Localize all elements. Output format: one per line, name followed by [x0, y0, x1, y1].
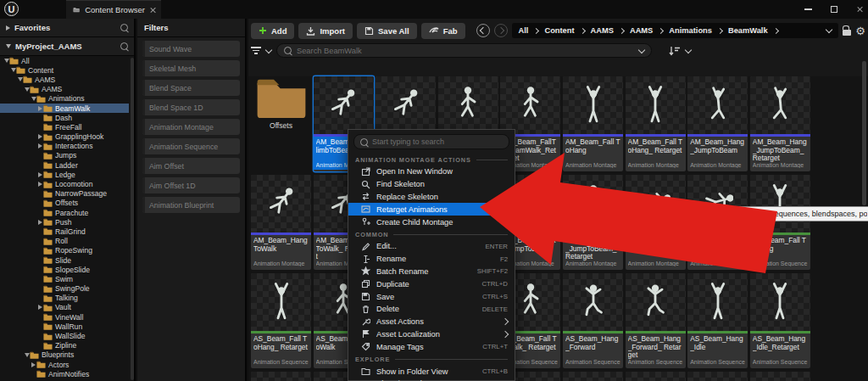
filter-pill-animation-montage[interactable]: Animation Montage	[142, 119, 240, 135]
search-icon[interactable]	[120, 24, 128, 31]
tree-item-talking[interactable]: Talking	[0, 294, 129, 303]
menu-item-asset-actions[interactable]: Asset Actions	[348, 316, 515, 328]
asset-tile[interactable]: .st{fill:none;stroke:#d9e0db;stroke-widt…	[563, 175, 623, 270]
tree-item-offsets[interactable]: Offsets	[0, 199, 129, 208]
asset-tile[interactable]: .st{fill:none;stroke:#d9e0db;stroke-widt…	[626, 76, 686, 171]
tree-item-locomotion[interactable]: Locomotion	[0, 179, 129, 188]
tree-item-zipline[interactable]: Zipline	[0, 341, 129, 350]
expander-icon[interactable]	[6, 44, 11, 48]
expander-icon[interactable]	[37, 172, 43, 177]
expander-icon[interactable]	[37, 106, 43, 111]
menu-item-create-child-montage[interactable]: Create Child Montage	[348, 216, 515, 228]
tree-item-freefall[interactable]: FreeFall	[0, 122, 129, 132]
asset-tile[interactable]: .st{fill:none;stroke:#d9e0db;stroke-widt…	[563, 372, 623, 381]
tree-item-animnotifies[interactable]: AnimNotifies	[0, 369, 129, 378]
filter-pill-aim-offset[interactable]: Aim Offset	[142, 158, 240, 174]
filter-pill-aim-offset-1d[interactable]: Aim Offset 1D	[142, 177, 240, 193]
breadcrumb-item-content[interactable]: Content	[544, 26, 574, 35]
tree-item-slide[interactable]: Slide	[0, 255, 129, 265]
back-button[interactable]	[476, 24, 490, 37]
minimize-icon[interactable]	[804, 8, 812, 10]
asset-tile[interactable]: .st{fill:none;stroke:#d9e0db;stroke-widt…	[750, 372, 810, 381]
tree-item-vinewall[interactable]: VineWall	[0, 312, 129, 322]
search-icon[interactable]	[120, 42, 128, 50]
breadcrumb-item-beamwalk[interactable]: BeamWalk	[728, 26, 768, 35]
unreal-logo-icon[interactable]: U	[4, 2, 19, 16]
breadcrumb-item-animations[interactable]: Animations	[669, 26, 712, 35]
menu-item-duplicate[interactable]: DuplicateCTRL+D	[348, 277, 515, 290]
filter-pill-skeletal-mesh[interactable]: Skeletal Mesh	[142, 60, 240, 76]
forward-button[interactable]	[494, 24, 508, 37]
search-save-dropdown-icon[interactable]	[638, 46, 645, 53]
settings-gear-icon[interactable]: ⚙	[855, 25, 865, 36]
expander-icon[interactable]	[10, 68, 16, 72]
tree-item-swim[interactable]: Swim	[0, 274, 129, 283]
expander-icon[interactable]	[3, 59, 9, 63]
menu-item-rename[interactable]: RenameF2	[348, 253, 515, 266]
favorites-header[interactable]: Favorites	[0, 19, 134, 37]
expander-icon[interactable]	[24, 87, 30, 92]
tree-item-slopeslide[interactable]: SlopeSlide	[0, 265, 129, 274]
asset-tile[interactable]: .st{fill:none;stroke:#d9e0db;stroke-widt…	[563, 76, 623, 171]
menu-item-asset-localization[interactable]: Asset Localization	[348, 328, 515, 341]
lock-icon[interactable]	[843, 30, 851, 36]
asset-tile[interactable]: .st{fill:none;stroke:#d9e0db;stroke-widt…	[750, 76, 810, 171]
expander-icon[interactable]	[31, 97, 36, 101]
tree-item-jumps[interactable]: Jumps	[0, 151, 129, 160]
tree-item-vault[interactable]: Vault	[0, 303, 129, 312]
search-assets-input[interactable]: Search BeamWalk	[276, 43, 652, 58]
breadcrumb-item-aams[interactable]: AAMS	[630, 26, 653, 35]
menu-item-retarget-animations[interactable]: Retarget Animations	[348, 203, 515, 216]
asset-tile[interactable]: .st{fill:none;stroke:#d9e0db;stroke-widt…	[626, 372, 686, 381]
filter-pill-blend-space[interactable]: Blend Space	[142, 80, 240, 96]
tree-item-parachute[interactable]: Parachute	[0, 208, 129, 217]
filter-pill-sound-wave[interactable]: Sound Wave	[142, 41, 240, 57]
expander-icon[interactable]	[31, 362, 36, 367]
tree-scrollbar[interactable]	[131, 58, 134, 380]
tree-item-aams[interactable]: AAMS	[0, 85, 129, 94]
menu-item-show-in-folder-view[interactable]: Show in Folder ViewCTRL+B	[348, 365, 515, 378]
menu-item-open-in-new-window[interactable]: Open In New Window	[348, 165, 515, 178]
tree-item-ropeswing[interactable]: RopeSwing	[0, 246, 129, 255]
tab-close-icon[interactable]	[150, 7, 154, 14]
expander-icon[interactable]	[17, 77, 23, 81]
expander-icon[interactable]	[37, 143, 43, 148]
menu-item-save[interactable]: SaveCTRL+S	[348, 290, 515, 303]
project-header[interactable]: MyProject_AAMS	[0, 37, 134, 56]
tree-item-roll[interactable]: Roll	[0, 237, 129, 246]
asset-tile[interactable]: .st{fill:none;stroke:#d9e0db;stroke-widt…	[563, 273, 623, 368]
menu-item-replace-skeleton[interactable]: Replace Skeleton	[348, 191, 515, 204]
tree-item-beamwalk[interactable]: BeamWalk	[0, 104, 129, 113]
asset-tile[interactable]: .st{fill:none;stroke:#d9e0db;stroke-widt…	[626, 175, 686, 270]
tree-item-grapplinghook[interactable]: GrapplingHook	[0, 132, 129, 142]
expander-icon[interactable]	[24, 353, 30, 357]
folder-tile-offsets[interactable]: Offsets	[251, 76, 311, 171]
menu-item-manage-tags[interactable]: Manage TagsCTRL+T	[348, 340, 515, 353]
maximize-icon[interactable]	[831, 6, 837, 13]
asset-tile[interactable]: .st{fill:none;stroke:#d9e0db;stroke-widt…	[251, 372, 311, 381]
tree-item-aams[interactable]: AAMS	[0, 75, 129, 84]
tree-item-interactions[interactable]: Interactions	[0, 142, 129, 151]
menu-item-edit-[interactable]: Edit...ENTER	[348, 240, 515, 253]
tree-item-push[interactable]: Push	[0, 217, 129, 227]
save-all-button[interactable]: Save All	[357, 23, 417, 39]
tree-item-railgrind[interactable]: RailGrind	[0, 227, 129, 236]
menu-item-find-skeleton[interactable]: Find Skeleton	[348, 178, 515, 191]
tree-item-animations[interactable]: Animations	[0, 94, 129, 104]
breadcrumb-item-aams[interactable]: AAMS	[591, 26, 614, 35]
tree-item-narrowpassage[interactable]: NarrowPassage	[0, 189, 129, 199]
tree-item-dash[interactable]: Dash	[0, 113, 129, 122]
tree-item-actors[interactable]: Actors	[0, 360, 129, 369]
breadcrumb-item-all[interactable]: All	[519, 26, 529, 35]
menu-item-batch-rename[interactable]: Batch RenameSHIFT+F2	[348, 266, 515, 278]
tree-item-content[interactable]: Content	[0, 65, 129, 75]
expander-icon[interactable]	[37, 305, 43, 310]
tree-item-all[interactable]: All	[0, 56, 129, 65]
grid-scrollbar[interactable]	[862, 61, 866, 205]
sort-icon[interactable]	[669, 46, 681, 56]
add-button[interactable]: Add	[251, 23, 294, 39]
import-button[interactable]: Import	[298, 23, 353, 39]
menu-item-show-in-explorer[interactable]: Show in Explorer	[348, 378, 515, 381]
menu-item-delete[interactable]: DeleteDELETE	[348, 303, 515, 316]
tab-content-browser[interactable]: Content Browser	[66, 0, 161, 19]
